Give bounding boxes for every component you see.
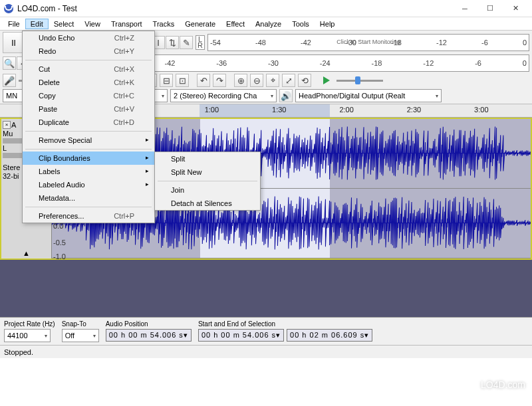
draw-tool-icon[interactable]: ✎ xyxy=(180,36,193,49)
submenu-item[interactable]: Split xyxy=(155,152,260,165)
snap-combo[interactable]: Off▾ xyxy=(62,329,99,342)
meter-mark: -18 xyxy=(372,59,382,67)
selection-start-field[interactable]: 00 h 00 m 54.006 s▾ xyxy=(198,329,284,342)
edit-menu-item[interactable]: RedoCtrl+Y xyxy=(23,45,154,58)
time-tick: 2:00 xyxy=(339,106,353,114)
time-tick: 1:00 xyxy=(205,106,219,114)
edit-menu-item[interactable]: Labeled Audio▸ xyxy=(23,178,154,191)
track-close-icon[interactable]: × xyxy=(3,121,11,129)
mute-button[interactable]: Mu xyxy=(3,130,13,138)
trim-icon[interactable]: ⊟ xyxy=(160,74,173,87)
time-tick: 2:30 xyxy=(407,106,421,114)
menu-view[interactable]: View xyxy=(79,19,106,29)
zoom-tool-icon[interactable]: 🔍 xyxy=(3,56,16,70)
menu-effect[interactable]: Effect xyxy=(221,19,250,29)
track-empty-space xyxy=(0,260,532,297)
edit-menu-item[interactable]: DeleteCtrl+K xyxy=(23,76,154,89)
meter-click-label: Click to Start Monitoring xyxy=(336,39,400,45)
edit-menu-item[interactable]: Labels▸ xyxy=(23,165,154,178)
edit-menu-item[interactable]: PasteCtrl+V xyxy=(23,102,154,116)
meter-mark: -30 xyxy=(268,59,279,67)
track-name: A xyxy=(11,121,16,129)
menu-analyze[interactable]: Analyze xyxy=(250,19,287,29)
menu-generate[interactable]: Generate xyxy=(180,19,221,29)
fit-selection-icon[interactable]: ⌖ xyxy=(266,74,279,87)
edit-menu-item[interactable]: CopyCtrl+C xyxy=(23,89,154,102)
menu-help[interactable]: Help xyxy=(315,19,340,29)
meter-mark: 0 xyxy=(523,39,527,47)
meter-mark: -12 xyxy=(423,59,434,67)
meter-mark: -42 xyxy=(301,39,311,47)
zoom-in-icon[interactable]: ⊕ xyxy=(234,74,247,87)
meter-mark: -36 xyxy=(216,59,227,67)
statusbar: Stopped. xyxy=(0,345,532,358)
recording-meter[interactable]: -54 -48 -42 -30 Click to Start Monitorin… xyxy=(207,34,529,51)
watermark: LO4D.com xyxy=(481,379,525,390)
mic-icon[interactable]: 🎤 xyxy=(3,74,16,87)
project-rate-combo[interactable]: 44100▾ xyxy=(4,329,51,342)
meter-mark: -48 xyxy=(255,39,266,47)
audio-position-label: Audio Position xyxy=(106,320,192,328)
play-speed-slider[interactable] xyxy=(336,73,390,88)
audio-position-field[interactable]: 00 h 00 m 54.006 s▾ xyxy=(106,329,192,342)
submenu-item[interactable]: Detach at Silences xyxy=(155,197,260,210)
menu-edit[interactable]: Edit xyxy=(25,19,49,29)
meter-mark: -12 xyxy=(436,39,447,47)
redo-icon[interactable]: ↷ xyxy=(213,74,226,87)
input-device-combo[interactable]: HeadPhone/Digital Output (Realt▾ xyxy=(295,89,442,102)
selection-label: Start and End of Selection xyxy=(198,320,372,328)
menubar: File Edit Select View Transport Tracks G… xyxy=(0,17,532,31)
window-title: LO4D.com - Test xyxy=(17,4,452,13)
submenu-item[interactable]: Join xyxy=(155,183,260,197)
edit-menu-item[interactable]: Clip Boundaries▸ xyxy=(23,152,154,165)
edit-menu-item[interactable]: Preferences...Ctrl+P xyxy=(23,209,154,223)
time-tick: 3:00 xyxy=(474,106,488,114)
edit-menu-item[interactable]: Remove Special▸ xyxy=(23,134,154,147)
meter-mark: -6 xyxy=(481,39,488,47)
pause-button[interactable]: ⏸ xyxy=(3,32,24,53)
status-text: Stopped. xyxy=(4,348,33,356)
edit-menu-item[interactable]: Undo EchoCtrl+Z xyxy=(23,31,154,45)
maximize-button[interactable]: ☐ xyxy=(477,1,503,17)
meter-mark: -6 xyxy=(475,59,481,67)
undo-icon[interactable]: ↶ xyxy=(197,74,210,87)
snap-label: Snap-To xyxy=(62,320,99,328)
track-collapse-icon[interactable]: ▲ xyxy=(3,249,50,257)
clip-boundaries-submenu: SplitSplit NewJoinDetach at Silences xyxy=(154,152,261,211)
meter-mark: 0 xyxy=(523,59,527,67)
rec-meter-lr: LR xyxy=(196,35,205,50)
project-rate-label: Project Rate (Hz) xyxy=(4,320,55,328)
edit-menu-item[interactable]: CutCtrl+X xyxy=(23,62,154,76)
edit-menu-dropdown: Undo EchoCtrl+ZRedoCtrl+YCutCtrl+XDelete… xyxy=(22,31,155,223)
selection-toolbar: Project Rate (Hz) 44100▾ Snap-To Off▾ Au… xyxy=(0,317,532,345)
menu-tools[interactable]: Tools xyxy=(287,19,315,29)
menu-transport[interactable]: Transport xyxy=(106,19,148,29)
app-icon xyxy=(4,4,13,13)
fit-project-icon[interactable]: ⤢ xyxy=(282,74,295,87)
meter-mark: -24 xyxy=(320,59,331,67)
menu-file[interactable]: File xyxy=(3,19,25,29)
pan-label: L xyxy=(3,144,7,152)
selection-end-field[interactable]: 00 h 02 m 06.609 s▾ xyxy=(287,329,372,342)
zoom-out-icon[interactable]: ⊖ xyxy=(250,74,263,87)
envelope-tool-icon[interactable]: ⇅ xyxy=(166,36,179,49)
menu-select[interactable]: Select xyxy=(49,19,80,29)
titlebar: LO4D.com - Test ─ ☐ ✕ xyxy=(0,0,532,17)
minimize-button[interactable]: ─ xyxy=(452,1,477,17)
close-button[interactable]: ✕ xyxy=(503,1,528,17)
meter-mark: -42 xyxy=(165,59,176,67)
meter-mark: -54 xyxy=(210,39,221,47)
edit-menu-item[interactable]: Metadata... xyxy=(23,191,154,205)
play-at-speed-button[interactable] xyxy=(319,73,334,88)
submenu-item[interactable]: Split New xyxy=(155,165,260,179)
menu-tracks[interactable]: Tracks xyxy=(148,19,180,29)
silence-icon[interactable]: ⊡ xyxy=(176,74,189,87)
time-tick: 1:30 xyxy=(272,106,286,114)
channels-combo[interactable]: 2 (Stereo) Recording Cha▾ xyxy=(170,89,277,102)
speaker3-icon: 🔊 xyxy=(279,89,293,102)
zoom-toggle-icon[interactable]: ⟲ xyxy=(298,74,311,87)
edit-menu-item[interactable]: DuplicateCtrl+D xyxy=(23,116,154,129)
